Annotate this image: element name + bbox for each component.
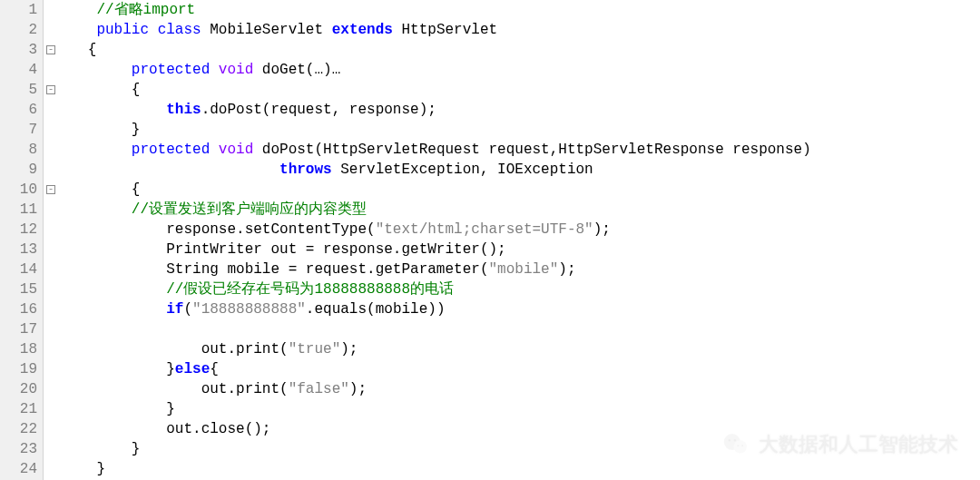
line-number: 14 — [0, 260, 37, 279]
fold-slot — [44, 160, 58, 180]
line-number: 2 — [0, 20, 37, 40]
code-token — [62, 62, 132, 78]
fold-slot — [44, 60, 58, 80]
code-line: response.setContentType("text/html;chars… — [62, 220, 811, 240]
code-token: //假设已经存在号码为18888888888的电话 — [166, 281, 454, 298]
code-token — [62, 22, 96, 38]
code-line: { — [62, 80, 811, 100]
fold-marker-icon[interactable]: - — [46, 85, 55, 94]
fold-slot — [44, 200, 58, 220]
code-line: protected void doGet(…)… — [62, 60, 811, 80]
code-token: MobileServlet — [201, 22, 332, 38]
code-token: } — [62, 361, 175, 377]
fold-slot: - — [44, 40, 58, 60]
code-token: response.setContentType( — [62, 221, 376, 238]
code-token: void — [219, 62, 253, 78]
code-token: HttpServlet — [393, 22, 497, 38]
line-number: 10 — [0, 180, 37, 200]
fold-slot — [44, 140, 58, 160]
line-number: 12 — [0, 220, 37, 240]
code-token: PrintWriter out = response.getWriter(); — [62, 241, 506, 258]
code-token — [62, 102, 166, 118]
code-token: doPost(HttpServletRequest request,HttpSe… — [253, 142, 811, 158]
code-line: out.close(); — [62, 419, 811, 439]
code-token: "mobile" — [488, 261, 558, 278]
fold-slot — [44, 100, 58, 120]
fold-slot — [44, 399, 58, 419]
fold-slot — [44, 439, 58, 459]
line-number: 15 — [0, 279, 37, 299]
code-line — [62, 319, 811, 339]
line-number: 22 — [0, 419, 37, 439]
code-token: String mobile = request.getParameter( — [62, 261, 488, 278]
code-token — [62, 2, 96, 18]
fold-slot — [44, 459, 58, 479]
code-token: { — [62, 181, 140, 198]
code-token — [62, 281, 166, 298]
code-token: throws — [279, 162, 332, 178]
code-token: } — [62, 122, 140, 138]
line-number: 7 — [0, 120, 37, 140]
code-token: out.close(); — [62, 421, 270, 437]
fold-slot: - — [44, 80, 58, 100]
fold-slot — [44, 240, 58, 260]
code-editor: 123456789101112131415161718192021222324 … — [0, 0, 980, 480]
code-token: .doPost(request, response); — [201, 102, 436, 118]
code-line: //设置发送到客户端响应的内容类型 — [62, 200, 811, 220]
code-token — [62, 162, 279, 178]
code-token — [62, 301, 166, 318]
code-token: ( — [183, 301, 192, 318]
code-token: { — [62, 82, 140, 98]
fold-slot — [44, 379, 58, 399]
fold-slot — [44, 359, 58, 379]
code-token: void — [219, 142, 253, 158]
code-token — [62, 201, 132, 218]
line-number: 9 — [0, 160, 37, 180]
fold-slot: - — [44, 180, 58, 200]
fold-slot — [44, 319, 58, 339]
code-token: .equals(mobile)) — [306, 301, 446, 318]
code-token — [149, 22, 158, 38]
line-number: 13 — [0, 240, 37, 260]
code-token: protected — [132, 142, 210, 158]
code-line: }else{ — [62, 359, 811, 379]
line-number: 8 — [0, 140, 37, 160]
code-line: throws ServletException, IOException — [62, 160, 811, 180]
code-line: //假设已经存在号码为18888888888的电话 — [62, 279, 811, 299]
code-token: else — [175, 361, 210, 377]
code-line: String mobile = request.getParameter("mo… — [62, 260, 811, 279]
fold-marker-icon[interactable]: - — [46, 45, 55, 54]
fold-slot — [44, 0, 58, 20]
code-token: protected — [132, 62, 210, 78]
code-line: out.print("false"); — [62, 379, 811, 399]
line-number: 20 — [0, 379, 37, 399]
line-number: 5 — [0, 80, 37, 100]
line-number: 6 — [0, 100, 37, 120]
code-line: } — [62, 439, 811, 459]
code-token: "true" — [289, 341, 341, 358]
line-number: 16 — [0, 299, 37, 319]
code-token: { — [210, 361, 219, 377]
line-number: 3 — [0, 40, 37, 60]
fold-slot — [44, 20, 58, 40]
code-line: } — [62, 120, 811, 140]
fold-marker-icon[interactable]: - — [46, 185, 55, 194]
code-token: extends — [332, 22, 393, 38]
code-token: class — [158, 22, 201, 38]
code-line: //省略import — [62, 0, 811, 20]
code-area: //省略import public class MobileServlet ex… — [58, 0, 811, 480]
code-token: ); — [558, 261, 575, 278]
line-number: 17 — [0, 319, 37, 339]
code-token: out.print( — [62, 341, 289, 358]
code-line: protected void doPost(HttpServletRequest… — [62, 140, 811, 160]
fold-slot — [44, 260, 58, 279]
code-line: if("18888888888".equals(mobile)) — [62, 299, 811, 319]
fold-slot — [44, 120, 58, 140]
code-token: ); — [340, 341, 358, 358]
code-token: } — [62, 441, 140, 457]
line-number: 1 — [0, 0, 37, 20]
code-token — [62, 142, 132, 158]
code-token: } — [62, 461, 105, 477]
code-token: "18888888888" — [192, 301, 306, 318]
code-token: public — [96, 22, 149, 38]
